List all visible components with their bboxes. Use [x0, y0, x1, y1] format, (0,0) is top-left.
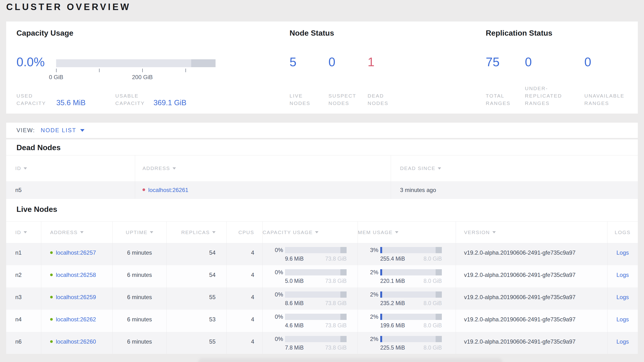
stat-label: UNAVAILABLE RANGES: [584, 92, 637, 107]
usage-total-value: 73.8 GiB: [325, 278, 347, 284]
live-nodes-heading: Live Nodes: [16, 205, 57, 214]
usage-used-value: 255.4 MiB: [380, 256, 405, 262]
view-selector-bar: VIEW: NODE LIST: [6, 123, 638, 138]
usage-total-value: 8.0 GiB: [424, 256, 442, 262]
below-fold-element-shadow: [198, 358, 502, 362]
column-header-replicas[interactable]: REPLICAS: [166, 222, 226, 243]
usage-used-value: 8.6 MiB: [285, 300, 304, 306]
column-header-capacity-usage[interactable]: CAPACITY USAGE: [262, 222, 358, 243]
usage-bar-block: 0%9.6 MiB73.8 GiB: [262, 247, 358, 262]
node-status-stats: 5LIVE NODES0SUSPECT NODES1DEAD NODES: [290, 56, 486, 107]
summary-stat: 5LIVE NODES: [290, 56, 328, 107]
dead-node-id: n5: [6, 181, 135, 199]
column-header-id[interactable]: ID: [6, 222, 41, 243]
live-node-address-link[interactable]: localhost:26257: [56, 249, 96, 256]
sort-desc-icon: [24, 167, 27, 169]
column-header-dead-since[interactable]: DEAD SINCE: [391, 155, 638, 181]
usage-bar-reserved-segment: [340, 314, 346, 320]
column-header-id[interactable]: ID: [6, 155, 135, 181]
live-status-dot-icon: [50, 251, 53, 254]
usage-bar-reserved-segment: [436, 291, 442, 298]
live-node-mem-usage: 2%220.1 MiB8.0 GiB: [358, 265, 456, 287]
usage-total-value: 73.8 GiB: [325, 300, 347, 306]
usage-bar-reserved-segment: [340, 247, 346, 253]
column-header-uptime[interactable]: UPTIME: [113, 222, 166, 243]
usage-total-value: 8.0 GiB: [424, 344, 442, 351]
sort-desc-icon: [24, 231, 27, 233]
summary-stat: 0UNDER- REPLICATED RANGES: [525, 56, 584, 107]
live-node-cpus: 4: [226, 287, 262, 310]
live-node-address-link[interactable]: localhost:26259: [56, 294, 96, 300]
summary-stat: 0UNAVAILABLE RANGES: [584, 56, 637, 107]
capacity-usage-section: Capacity Usage 0.0% 0 GiB200 GiB USED CA…: [16, 29, 290, 107]
dead-node-address-link[interactable]: localhost:26261: [148, 187, 188, 194]
usage-bar-line: 0%: [262, 336, 358, 342]
usage-values: 220.1 MiB8.0 GiB: [380, 278, 442, 284]
table-header-row: IDADDRESSUPTIMEREPLICASCPUSCAPACITY USAG…: [6, 222, 638, 243]
live-node-id: n1: [6, 243, 41, 265]
usage-bar-reserved-segment: [340, 336, 346, 342]
live-node-address-link[interactable]: localhost:26262: [56, 316, 96, 322]
page-title: CLUSTER OVERVIEW: [6, 2, 131, 12]
live-status-dot-icon: [50, 318, 53, 321]
usage-used-value: 220.1 MiB: [380, 278, 405, 284]
usage-bar-line: 0%: [262, 247, 358, 253]
logs-link[interactable]: Logs: [616, 249, 629, 256]
node-status-heading: Node Status: [290, 29, 486, 38]
sort-desc-icon: [315, 231, 318, 233]
logs-link[interactable]: Logs: [616, 316, 629, 322]
live-node-cpus: 4: [226, 265, 262, 287]
capacity-used-percent: 0.0%: [16, 56, 56, 68]
live-node-cpus: 4: [226, 332, 262, 354]
usage-bar-reserved-segment: [340, 291, 346, 298]
usage-percent: 2%: [358, 291, 378, 298]
stat-value: 0: [525, 56, 584, 68]
usage-bar-reserved-segment: [436, 336, 442, 342]
column-header-address[interactable]: ADDRESS: [41, 222, 113, 243]
live-node-address-link[interactable]: localhost:26260: [56, 338, 96, 345]
live-node-mem-usage: 3%255.4 MiB8.0 GiB: [358, 243, 456, 265]
usage-bar-track: [285, 291, 346, 298]
usage-bar-track: [380, 314, 442, 320]
dead-node-dead-since: 3 minutes ago: [391, 181, 638, 199]
stat-label: UNDER- REPLICATED RANGES: [525, 85, 584, 107]
logs-link[interactable]: Logs: [616, 338, 629, 345]
column-header-cpus: CPUS: [226, 222, 262, 243]
axis-tick: [186, 69, 186, 72]
usage-values: 8.6 MiB73.8 GiB: [285, 300, 346, 306]
logs-link[interactable]: Logs: [616, 294, 629, 300]
usage-bar-reserved-segment: [436, 269, 442, 275]
nodes-tables-card: Dead Nodes IDADDRESSDEAD SINCEn5localhos…: [6, 139, 638, 354]
usage-total-value: 8.0 GiB: [424, 278, 442, 284]
usage-values: 5.0 MiB73.8 GiB: [285, 278, 346, 284]
usage-bar-block: 2%220.1 MiB8.0 GiB: [358, 269, 456, 284]
live-node-version: v19.2.0-alpha.20190606-2491-gfe735c9a97: [456, 265, 608, 287]
live-node-address-cell: localhost:26262: [41, 310, 113, 332]
live-node-capacity-usage: 0%7.8 MiB73.8 GiB: [262, 332, 358, 354]
view-select-dropdown[interactable]: NODE LIST: [41, 127, 84, 134]
live-node-mem-usage: 2%225.5 MiB8.0 GiB: [358, 332, 456, 354]
usage-used-value: 5.0 MiB: [285, 278, 304, 284]
live-nodes-table: IDADDRESSUPTIMEREPLICASCPUSCAPACITY USAG…: [6, 221, 638, 354]
usage-percent: 3%: [358, 247, 378, 253]
sort-desc-icon: [212, 231, 216, 233]
usage-bar-line: 3%: [358, 247, 456, 253]
cluster-summary-card: Capacity Usage 0.0% 0 GiB200 GiB USED CA…: [6, 22, 638, 114]
sort-desc-icon: [492, 231, 496, 233]
view-label: VIEW:: [16, 127, 35, 134]
stat-value: 5: [290, 56, 328, 68]
usage-values: 255.4 MiB8.0 GiB: [380, 256, 442, 262]
live-node-uptime: 6 minutes: [113, 243, 166, 265]
column-header-mem-usage[interactable]: MEM USAGE: [358, 222, 456, 243]
column-header-address[interactable]: ADDRESS: [135, 155, 391, 181]
usage-values: 4.6 MiB73.8 GiB: [285, 322, 346, 329]
sort-desc-icon: [80, 231, 84, 233]
column-header-version[interactable]: VERSION: [456, 222, 608, 243]
usage-bar-block: 3%255.4 MiB8.0 GiB: [358, 247, 456, 262]
live-node-address-cell: localhost:26259: [41, 287, 113, 310]
logs-link[interactable]: Logs: [616, 272, 629, 278]
replication-status-stats: 75TOTAL RANGES0UNDER- REPLICATED RANGES0…: [486, 56, 638, 107]
live-node-address-link[interactable]: localhost:26258: [56, 272, 96, 278]
replication-status-section: Replication Status 75TOTAL RANGES0UNDER-…: [486, 29, 638, 107]
usage-bar-track: [380, 291, 442, 298]
